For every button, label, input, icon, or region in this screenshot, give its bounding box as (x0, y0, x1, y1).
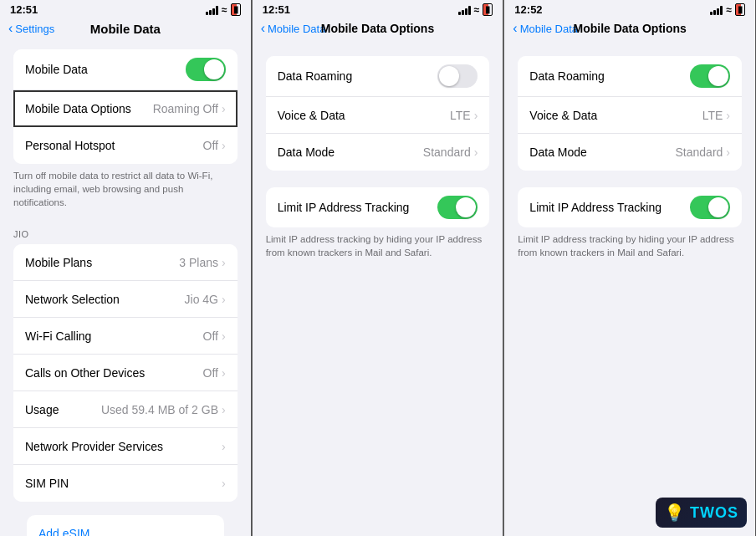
back-chevron-3: ‹ (513, 21, 517, 36)
limit-ip-item-2[interactable]: Limit IP Address Tracking (266, 187, 490, 227)
data-mode-item-3[interactable]: Data Mode Standard › (518, 134, 742, 171)
calls-other-chevron: › (222, 366, 226, 380)
back-button-3[interactable]: ‹ Mobile Data (513, 21, 578, 36)
personal-hotspot-item[interactable]: Personal Hotspot Off › (13, 127, 238, 164)
mobile-data-toggle[interactable] (186, 58, 226, 81)
mobile-data-item[interactable]: Mobile Data (13, 49, 238, 90)
jio-section: JIO Mobile Plans 3 Plans › Network Selec… (0, 226, 251, 502)
roaming-section-2: Data Roaming Voice & Data LTE › Data Mod… (253, 56, 503, 171)
back-label-3: Mobile Data (520, 23, 578, 35)
jio-group: Mobile Plans 3 Plans › Network Selection… (13, 244, 238, 502)
calls-other-item[interactable]: Calls on Other Devices Off › (13, 355, 238, 391)
data-mode-chevron-3: › (726, 145, 730, 159)
battery-icon-1: ▮ (231, 3, 241, 16)
voice-data-value-3: LTE (702, 109, 723, 122)
data-mode-value-3: Standard (676, 145, 723, 159)
wifi-calling-label: Wi-Fi Calling (25, 329, 203, 343)
back-label-2: Mobile Data (268, 23, 325, 35)
battery-icon-3: ▮ (735, 3, 745, 16)
add-esim-label: Add eSIM (38, 527, 89, 536)
personal-hotspot-value: Off (203, 139, 218, 152)
usage-chevron: › (222, 403, 226, 416)
network-selection-label: Network Selection (25, 293, 185, 306)
watermark: 💡 TWOS (656, 498, 747, 528)
status-icons-3: ≈ ▮ (710, 3, 745, 16)
main-description-1: Turn off mobile data to restrict all dat… (0, 164, 251, 209)
privacy-group-2: Limit IP Address Tracking (266, 187, 490, 227)
data-roaming-toggle-3[interactable] (690, 64, 730, 88)
signal-icon-3 (710, 5, 723, 15)
roaming-group-2: Data Roaming Voice & Data LTE › Data Mod… (266, 56, 490, 171)
limit-ip-desc-2: Limit IP address tracking by hiding your… (253, 227, 503, 259)
mobile-data-options-item[interactable]: Mobile Data Options Roaming Off › (13, 90, 238, 127)
limit-ip-item-3[interactable]: Limit IP Address Tracking (518, 187, 742, 227)
network-provider-label: Network Provider Services (25, 440, 222, 453)
signal-icon-2 (458, 5, 471, 15)
mobile-data-toggle-knob (204, 59, 224, 79)
personal-hotspot-label: Personal Hotspot (25, 139, 203, 152)
nav-bar-2: ‹ Mobile Data Mobile Data Options (253, 18, 503, 43)
mobile-data-options-value: Roaming Off (153, 102, 218, 115)
content-3: Data Roaming Voice & Data LTE › Data Mod… (504, 43, 755, 536)
mobile-data-label: Mobile Data (25, 63, 186, 76)
wifi-calling-item[interactable]: Wi-Fi Calling Off › (13, 318, 238, 355)
data-mode-item-2[interactable]: Data Mode Standard › (266, 134, 490, 171)
add-esim-item[interactable]: Add eSIM (27, 515, 224, 536)
limit-ip-label-2: Limit IP Address Tracking (278, 201, 438, 214)
voice-data-label-2: Voice & Data (278, 109, 450, 122)
sim-pin-label: SIM PIN (25, 477, 222, 490)
main-group-1: Mobile Data Mobile Data Options Roaming … (13, 49, 238, 164)
signal-icon-1 (206, 5, 218, 15)
voice-data-item-3[interactable]: Voice & Data LTE › (518, 97, 742, 134)
network-provider-item[interactable]: Network Provider Services › (13, 428, 238, 465)
data-mode-value-2: Standard (423, 145, 471, 159)
usage-label: Usage (25, 403, 101, 416)
limit-ip-toggle-2[interactable] (437, 196, 478, 219)
calls-other-value: Off (203, 366, 218, 380)
mobile-data-options-label: Mobile Data Options (25, 102, 153, 115)
limit-ip-toggle-3[interactable] (690, 196, 730, 219)
data-roaming-label-2: Data Roaming (278, 69, 438, 83)
network-selection-item[interactable]: Network Selection Jio 4G › (13, 281, 238, 318)
calls-other-label: Calls on Other Devices (25, 366, 203, 380)
mobile-plans-item[interactable]: Mobile Plans 3 Plans › (13, 244, 238, 281)
mobile-plans-value: 3 Plans (179, 256, 218, 269)
mobile-data-options-chevron: › (222, 102, 226, 115)
nav-bar-1: ‹ Settings Mobile Data (0, 18, 251, 43)
status-icons-1: ≈ ▮ (206, 3, 241, 16)
battery-icon-2: ▮ (483, 3, 493, 16)
sim-pin-item[interactable]: SIM PIN › (13, 465, 238, 502)
voice-data-chevron-2: › (474, 109, 478, 122)
data-roaming-toggle-knob-2 (439, 66, 459, 86)
back-button-1[interactable]: ‹ Settings (8, 21, 54, 36)
data-roaming-item-2[interactable]: Data Roaming (266, 56, 490, 97)
data-roaming-toggle-knob-3 (708, 66, 728, 86)
add-esim-section: Add eSIM (13, 515, 238, 536)
wifi-calling-value: Off (203, 329, 218, 343)
watermark-bulb-icon: 💡 (664, 503, 685, 523)
limit-ip-label-3: Limit IP Address Tracking (529, 201, 690, 214)
back-button-2[interactable]: ‹ Mobile Data (261, 21, 326, 36)
back-chevron-1: ‹ (8, 21, 13, 36)
mobile-plans-chevron: › (222, 256, 226, 269)
status-bar-3: 12:52 ≈ ▮ (504, 0, 755, 18)
status-time-2: 12:51 (263, 3, 290, 16)
status-time-1: 12:51 (10, 3, 38, 16)
voice-data-value-2: LTE (450, 109, 471, 122)
privacy-section-2: Limit IP Address Tracking Limit IP addre… (253, 187, 503, 259)
panel-1: 12:51 ≈ ▮ ‹ Settings Mobile Data Mobile … (0, 0, 252, 536)
usage-item[interactable]: Usage Used 59.4 MB of 2 GB › (13, 391, 238, 428)
data-roaming-item-3[interactable]: Data Roaming (518, 56, 742, 97)
content-1: Mobile Data Mobile Data Options Roaming … (0, 43, 251, 536)
status-icons-2: ≈ ▮ (458, 3, 493, 16)
voice-data-item-2[interactable]: Voice & Data LTE › (266, 97, 490, 134)
roaming-group-3: Data Roaming Voice & Data LTE › Data Mod… (518, 56, 742, 171)
data-roaming-label-3: Data Roaming (529, 69, 690, 83)
jio-header: JIO (0, 226, 251, 244)
watermark-text: TWOS (690, 504, 738, 522)
panel-3: 12:52 ≈ ▮ ‹ Mobile Data Mobile Data Opti… (504, 0, 756, 536)
data-roaming-toggle-2[interactable] (437, 64, 478, 88)
nav-title-2: Mobile Data Options (321, 22, 434, 35)
back-chevron-2: ‹ (261, 21, 265, 36)
network-provider-chevron: › (222, 440, 226, 453)
